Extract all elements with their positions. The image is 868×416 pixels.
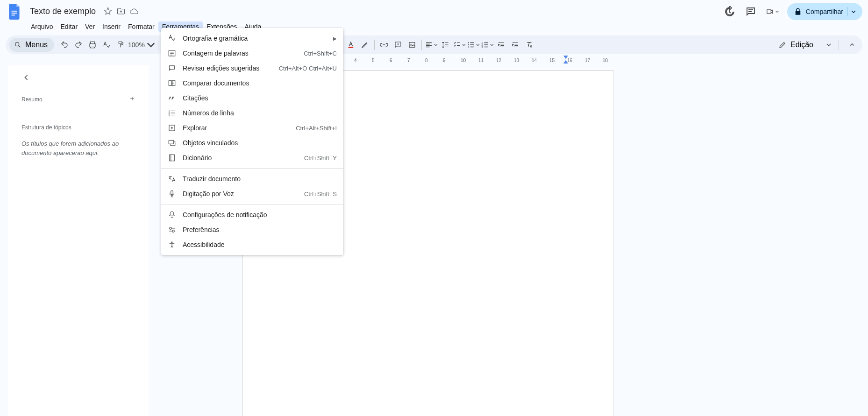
ruler-tick: 12 — [496, 58, 501, 63]
spellcheck-button[interactable] — [100, 38, 113, 51]
star-icon[interactable] — [104, 7, 112, 17]
wordcount-icon — [168, 49, 176, 57]
add-summary-button[interactable] — [129, 95, 135, 103]
print-button[interactable] — [86, 38, 99, 51]
insert-link-button[interactable] — [377, 38, 391, 51]
svg-text:3: 3 — [481, 46, 483, 49]
translate-icon — [168, 175, 176, 183]
menu-item-digita-o-por-voz[interactable]: Digitação por VozCtrl+Shift+S — [161, 186, 343, 201]
voice-icon — [168, 190, 176, 198]
docs-logo[interactable] — [6, 2, 24, 21]
outline-close-button[interactable] — [21, 73, 135, 84]
menu-item-objetos-vinculados[interactable]: Objetos vinculados — [161, 135, 343, 150]
align-button[interactable] — [425, 38, 438, 51]
submenu-arrow-icon: ▶ — [333, 36, 337, 41]
insert-comment-button[interactable] — [391, 38, 405, 51]
menu-item-n-meros-de-linha[interactable]: 123Números de linha — [161, 106, 343, 120]
menu-item-cita-es[interactable]: Citações — [161, 91, 343, 106]
menu-item-dicion-rio[interactable]: DicionárioCtrl+Shift+Y — [161, 150, 343, 165]
menu-item-prefer-ncias[interactable]: Preferências — [161, 222, 343, 237]
meet-button[interactable] — [766, 5, 779, 18]
svg-rect-2 — [12, 14, 15, 15]
svg-rect-5 — [409, 42, 415, 48]
menu-item-explorar[interactable]: ExplorarCtrl+Alt+Shift+I — [161, 120, 343, 135]
menu-inserir[interactable]: Inserir — [99, 21, 124, 32]
outline-panel: Resumo Estrutura de tópicos Os títulos q… — [8, 65, 149, 416]
svg-rect-19 — [169, 141, 174, 144]
menu-item-configura-es-de-notifica-o[interactable]: Configurações de notificação — [161, 207, 343, 222]
svg-rect-21 — [171, 190, 173, 194]
ruler-tick: 5 — [372, 58, 375, 63]
toolbar: Menus 100% 123 Edição — [6, 35, 862, 54]
explore-icon — [168, 124, 176, 132]
svg-rect-13 — [169, 81, 171, 86]
review-icon — [168, 64, 176, 72]
linenum-icon: 123 — [168, 109, 176, 117]
redo-button[interactable] — [72, 38, 85, 51]
collapse-toolbar-button[interactable] — [846, 38, 859, 51]
menu-arquivo[interactable]: Arquivo — [27, 21, 57, 32]
search-menus[interactable]: Menus — [9, 38, 54, 52]
svg-rect-20 — [170, 155, 175, 161]
menu-item-traduzir-documento[interactable]: Traduzir documento — [161, 171, 343, 186]
move-icon[interactable] — [117, 7, 125, 17]
menu-item-ortografia-e-gram-tica[interactable]: Ortografia e gramática▶ — [161, 31, 343, 46]
svg-rect-1 — [12, 13, 17, 14]
indent-increase-button[interactable] — [509, 38, 522, 51]
cloud-status-icon[interactable] — [130, 7, 138, 17]
document-title[interactable]: Texto de exemplo — [27, 6, 99, 17]
share-button[interactable]: Compartilhar — [787, 3, 862, 20]
ruler-tick: 16 — [567, 58, 572, 63]
summary-label: Resumo — [21, 96, 43, 103]
line-spacing-button[interactable] — [439, 38, 452, 51]
spellcheck-icon — [168, 34, 176, 42]
vertical-ruler[interactable] — [0, 65, 7, 416]
highlight-button[interactable] — [358, 38, 371, 51]
indent-decrease-button[interactable] — [495, 38, 508, 51]
ruler-tick: 14 — [532, 58, 537, 63]
bell-icon — [168, 211, 176, 219]
ruler-tick: 15 — [549, 58, 555, 63]
svg-point-6 — [468, 42, 469, 43]
ruler-tick: 9 — [443, 58, 446, 63]
svg-rect-0 — [12, 11, 17, 12]
menu-item-contagem-de-palavras[interactable]: Contagem de palavrasCtrl+Shift+C — [161, 46, 343, 61]
ruler-tick: 13 — [514, 58, 519, 63]
ruler-tick: 4 — [354, 58, 357, 63]
insert-image-button[interactable] — [406, 38, 419, 51]
comments-icon[interactable] — [744, 5, 757, 18]
menu-formatar[interactable]: Formatar — [124, 21, 158, 32]
svg-text:3: 3 — [169, 114, 170, 117]
paint-format-button[interactable] — [114, 38, 127, 51]
zoom-select[interactable]: 100% — [128, 38, 155, 51]
menubar: ArquivoEditarVerInserirFormatarFerrament… — [0, 21, 868, 33]
ruler-tick: 6 — [390, 58, 392, 63]
svg-point-8 — [468, 46, 469, 47]
menu-editar[interactable]: Editar — [57, 21, 81, 32]
dict-icon — [168, 154, 176, 162]
clear-formatting-button[interactable] — [523, 38, 536, 51]
ruler-tick: 11 — [478, 58, 484, 63]
share-label: Compartilhar — [806, 8, 843, 15]
svg-point-22 — [170, 227, 172, 230]
text-color-button[interactable] — [344, 38, 357, 51]
quote-icon — [168, 94, 176, 102]
a11y-icon — [168, 240, 176, 249]
bulleted-list-button[interactable] — [467, 38, 480, 51]
svg-point-7 — [468, 44, 469, 45]
menu-ver[interactable]: Ver — [81, 21, 99, 32]
tools-menu-dropdown: Ortografia e gramática▶Contagem de palav… — [161, 28, 343, 255]
compare-icon — [168, 79, 176, 87]
ruler-tick: 7 — [407, 58, 410, 63]
checklist-button[interactable] — [453, 38, 466, 51]
menu-item-acessibilidade[interactable]: Acessibilidade — [161, 237, 343, 252]
numbered-list-button[interactable]: 123 — [481, 38, 494, 51]
menu-item-comparar-documentos[interactable]: Comparar documentos — [161, 76, 343, 91]
outline-placeholder: Os títulos que forem adicionados ao docu… — [21, 139, 135, 157]
undo-button[interactable] — [58, 38, 71, 51]
editing-mode-button[interactable]: Edição — [774, 41, 836, 49]
outline-structure-label: Estrutura de tópicos — [21, 124, 135, 131]
history-icon[interactable] — [723, 5, 736, 18]
menu-item-revisar-edi-es-sugeridas[interactable]: Revisar edições sugeridasCtrl+Alt+O Ctrl… — [161, 61, 343, 76]
svg-point-23 — [172, 230, 175, 233]
